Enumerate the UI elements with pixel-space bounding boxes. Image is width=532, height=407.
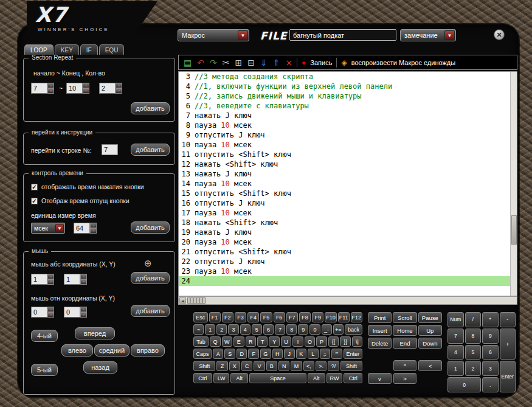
key-f8[interactable]: F8 <box>299 312 311 322</box>
spin-up-icon[interactable]: ▲ <box>47 307 54 312</box>
spin-down-icon[interactable]: ▼ <box>47 312 54 318</box>
macro-dropdown[interactable]: Макрос ▼ <box>178 29 249 41</box>
loop-end-spinner[interactable]: ▲▼ <box>66 83 89 94</box>
key-6[interactable]: 6 <box>482 345 499 360</box>
spin-down-icon[interactable]: ▼ <box>80 312 87 318</box>
key-b[interactable]: B <box>266 361 277 371</box>
key-shift[interactable]: Shift <box>193 361 215 371</box>
key-4[interactable]: 4 <box>240 324 250 335</box>
spin-down-icon[interactable]: ▼ <box>47 88 54 94</box>
spin-up-icon[interactable]: ▲ <box>90 223 97 228</box>
key-2[interactable]: 2 <box>216 324 227 335</box>
key-lw[interactable]: LW <box>213 373 230 383</box>
editor-line[interactable]: 10пауза 10 мсек <box>179 140 517 150</box>
key-up[interactable]: Up <box>418 325 442 336</box>
editor-line[interactable]: 14пауза 10 мсек <box>179 179 517 189</box>
time-value-spinner[interactable]: ▲▼ <box>74 223 97 234</box>
macro-script-editor[interactable]: 3//3 метода создания скрипта4//1, включи… <box>178 71 517 296</box>
key-0[interactable]: 0 <box>309 324 320 335</box>
checkbox-check-icon[interactable]: ✓ <box>31 184 38 190</box>
show-release-time-checkbox[interactable]: ✓ Отображ время отпущ кнопки <box>31 197 130 204</box>
editor-line[interactable]: 16отпустить J ключ <box>179 198 517 208</box>
spin-up-icon[interactable]: ▲ <box>47 274 54 279</box>
close-button[interactable]: ✕ <box>494 29 505 40</box>
key-5[interactable]: 5 <box>465 345 482 360</box>
key-r[interactable]: R <box>246 336 256 347</box>
key-0[interactable]: 0 <box>447 377 481 392</box>
key-space[interactable]: Space <box>249 373 306 383</box>
play-once-label[interactable]: воспроизвести Макрос единожды <box>351 59 456 66</box>
key-s[interactable]: S <box>224 349 235 359</box>
key-back[interactable]: back <box>345 324 362 335</box>
abs-x-spinner[interactable]: ▲▼ <box>31 274 54 285</box>
macro-name-input[interactable] <box>289 29 396 41</box>
abs-y-input[interactable] <box>64 274 80 285</box>
key-8[interactable]: 8 <box>286 324 297 335</box>
key-sym[interactable]: _- <box>322 324 332 335</box>
import-icon[interactable]: ⇓ <box>260 58 268 67</box>
key-sym[interactable]: >. <box>316 361 326 371</box>
key-i[interactable]: I <box>292 336 303 347</box>
key-l[interactable]: L <box>308 349 319 359</box>
key-o[interactable]: O <box>305 336 315 347</box>
key-down[interactable]: Down <box>418 338 442 349</box>
add-goto-button[interactable]: добавить <box>131 144 170 156</box>
key-3[interactable]: 3 <box>482 361 499 376</box>
key-enter[interactable]: Enter <box>344 349 362 359</box>
scrollbar-thumb[interactable] <box>187 297 206 304</box>
key-6[interactable]: 6 <box>263 324 274 335</box>
key-7[interactable]: 7 <box>447 329 464 344</box>
key-9[interactable]: 9 <box>482 329 499 344</box>
mouse-right-button[interactable]: вправо <box>131 344 165 357</box>
key-caps[interactable]: Caps <box>193 349 212 359</box>
key-f1[interactable]: F1 <box>209 312 221 322</box>
chevron-down-icon[interactable]: ▼ <box>444 30 455 40</box>
goto-line-field[interactable] <box>102 144 118 155</box>
spin-down-icon[interactable]: ▼ <box>90 228 97 234</box>
key-sym[interactable]: + <box>500 329 516 360</box>
loop-start-input[interactable] <box>31 83 47 94</box>
key-sym[interactable]: '" <box>331 349 342 359</box>
editor-line[interactable]: 21отпустить <Shift> ключ <box>179 247 517 257</box>
key-y[interactable]: Y <box>269 336 279 347</box>
key-alt[interactable]: Alt <box>230 373 248 383</box>
undo-icon[interactable]: ↶ <box>197 58 204 67</box>
play-once-icon[interactable]: ◈ <box>341 58 347 67</box>
editor-line[interactable]: 9отпустить J ключ <box>179 130 517 140</box>
rel-y-input[interactable] <box>64 307 80 318</box>
key-g[interactable]: G <box>260 349 271 359</box>
key-shift[interactable]: Shift <box>340 361 362 371</box>
add-time-button[interactable]: добавить <box>131 221 170 234</box>
key-2[interactable]: 2 <box>465 361 482 376</box>
key-enter[interactable]: Enter <box>500 361 516 392</box>
key-t[interactable]: T <box>257 336 268 347</box>
key-1[interactable]: 1 <box>447 361 464 376</box>
add-loop-button[interactable]: добавить <box>131 102 170 114</box>
key-u[interactable]: U <box>281 336 291 347</box>
key-p[interactable]: P <box>316 336 326 347</box>
key-5[interactable]: 5 <box>252 324 262 335</box>
key-1[interactable]: 1 <box>205 324 215 335</box>
key-alt[interactable]: Alt <box>308 373 325 383</box>
note-dropdown[interactable]: замечание ▼ <box>400 29 456 41</box>
editor-line[interactable]: 5//2, запись движений мыши и клавиатуры <box>179 91 517 101</box>
key-sym[interactable]: . <box>482 377 499 392</box>
key-f7[interactable]: F7 <box>286 312 298 322</box>
mouse-forward-button[interactable]: вперед <box>75 327 115 339</box>
rel-x-spinner[interactable]: ▲▼ <box>31 307 54 318</box>
key-f11[interactable]: F11 <box>338 312 350 322</box>
key-ctrl[interactable]: Ctrl <box>193 373 212 383</box>
key-print[interactable]: Print <box>368 312 392 323</box>
horizontal-scrollbar[interactable]: ◄ <box>178 296 517 305</box>
spin-down-icon[interactable]: ▼ <box>47 279 54 285</box>
key-end[interactable]: End <box>393 338 416 349</box>
editor-line[interactable]: 23пауза 10 мсек <box>179 266 517 276</box>
copy-icon[interactable]: ⊞ <box>235 58 242 67</box>
key-f[interactable]: F <box>248 349 259 359</box>
editor-line[interactable]: 24 <box>179 276 517 286</box>
key-delete[interactable]: Delete <box>368 338 392 349</box>
key-home[interactable]: Home <box>393 325 416 336</box>
key-f2[interactable]: F2 <box>222 312 233 322</box>
key-sym[interactable]: += <box>333 324 344 335</box>
key-z[interactable]: Z <box>216 361 227 371</box>
